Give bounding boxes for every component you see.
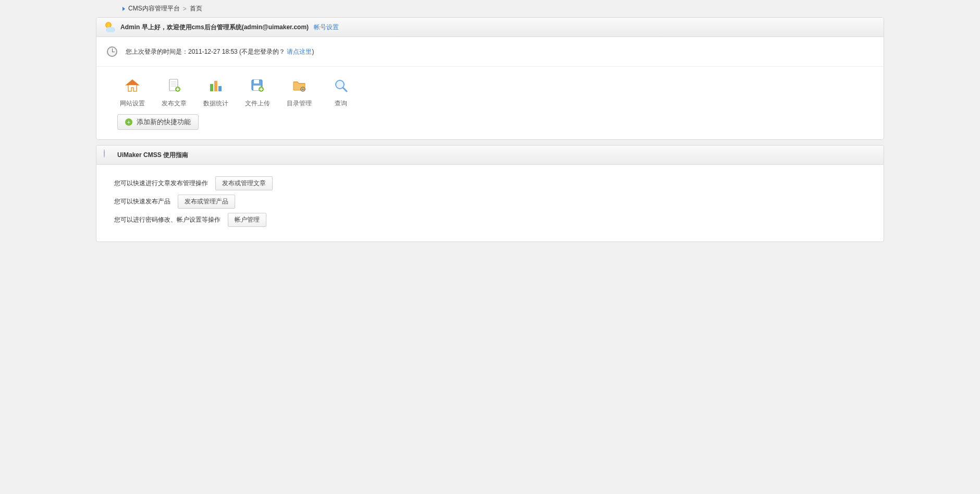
shortcut-label: 发布文章	[159, 99, 189, 108]
svg-rect-11	[218, 86, 222, 91]
svg-rect-13	[254, 80, 259, 83]
welcome-bar: Admin 早上好，欢迎使用cms后台管理系统(admin@uimaker.co…	[96, 18, 884, 37]
clock-icon	[107, 46, 117, 57]
search-icon	[333, 77, 349, 94]
last-login-text: 您上次登录的时间是：2011-12-27 18:53 (不是您登录的？ 请点这里…	[126, 47, 314, 56]
shortcut-data-stats[interactable]: 数据统计	[201, 77, 231, 108]
floppy-plus-icon	[249, 77, 266, 94]
svg-rect-10	[214, 81, 217, 91]
guide-body: 您可以快速进行文章发布管理操作 发布或管理文章 您可以快速发布产品 发布或管理产…	[96, 165, 884, 242]
shortcut-site-settings[interactable]: 网站设置	[117, 77, 148, 108]
guide-desc: 您可以快速发布产品	[114, 197, 170, 206]
breadcrumb-arrow-icon	[123, 7, 125, 11]
add-shortcut-button[interactable]: + 添加新的快捷功能	[117, 114, 199, 130]
guide-row-articles: 您可以快速进行文章发布管理操作 发布或管理文章	[114, 176, 866, 190]
last-login-row: 您上次登录的时间是：2011-12-27 18:53 (不是您登录的？ 请点这里…	[96, 37, 884, 67]
shortcut-label: 网站设置	[117, 99, 148, 108]
svg-line-21	[343, 88, 347, 91]
login-suffix: )	[312, 48, 314, 55]
folder-gear-icon	[291, 77, 308, 94]
manage-articles-button[interactable]: 发布或管理文章	[215, 176, 273, 190]
shortcut-label: 数据统计	[201, 99, 231, 108]
svg-point-19	[302, 89, 304, 90]
add-shortcut-label: 添加新的快捷功能	[137, 117, 191, 127]
plus-circle-icon: +	[125, 118, 132, 126]
home-icon	[124, 77, 141, 94]
shortcut-file-upload[interactable]: 文件上传	[242, 77, 273, 108]
weather-icon	[104, 22, 115, 32]
manage-products-button[interactable]: 发布或管理产品	[178, 195, 235, 209]
guide-row-products: 您可以快速发布产品 发布或管理产品	[114, 195, 866, 209]
main-panel: Admin 早上好，欢迎使用cms后台管理系统(admin@uimaker.co…	[96, 17, 884, 140]
not-you-link[interactable]: 请点这里	[287, 48, 312, 55]
welcome-text: Admin 早上好，欢迎使用cms后台管理系统(admin@uimaker.co…	[120, 23, 309, 32]
breadcrumb-current[interactable]: 首页	[190, 4, 202, 13]
breadcrumb-sep: >	[183, 5, 187, 13]
guide-title: UiMaker CMSS 使用指南	[117, 151, 188, 160]
breadcrumb: CMS内容管理平台 > 首页	[0, 0, 980, 17]
breadcrumb-root[interactable]: CMS内容管理平台	[128, 4, 180, 13]
shortcuts-grid: 网站设置 发布文章	[96, 67, 884, 114]
guide-row-account: 您可以进行密码修改、帐户设置等操作 帐户管理	[114, 213, 866, 227]
document-plus-icon	[166, 77, 182, 94]
shortcut-search[interactable]: 查询	[326, 77, 356, 108]
svg-marker-1	[126, 80, 139, 85]
guide-desc: 您可以进行密码修改、帐户设置等操作	[114, 215, 220, 224]
guide-header: UiMaker CMSS 使用指南	[96, 146, 884, 165]
guide-desc: 您可以快速进行文章发布管理操作	[114, 179, 208, 188]
shortcut-label: 目录管理	[284, 99, 314, 108]
add-shortcut-row: + 添加新的快捷功能	[96, 114, 884, 139]
login-prefix: 您上次登录的时间是：2011-12-27 18:53 (不是您登录的？	[126, 48, 285, 55]
account-settings-link[interactable]: 帐号设置	[314, 23, 339, 32]
guide-panel: UiMaker CMSS 使用指南 您可以快速进行文章发布管理操作 发布或管理文…	[96, 145, 884, 242]
bulb-icon	[104, 150, 112, 160]
shortcut-label: 文件上传	[242, 99, 273, 108]
shortcut-directory-manage[interactable]: 目录管理	[284, 77, 314, 108]
account-manage-button[interactable]: 帐户管理	[228, 213, 266, 227]
svg-rect-9	[210, 84, 213, 91]
shortcut-publish-article[interactable]: 发布文章	[159, 77, 189, 108]
shortcut-label: 查询	[326, 99, 356, 108]
bar-chart-icon	[207, 77, 224, 94]
